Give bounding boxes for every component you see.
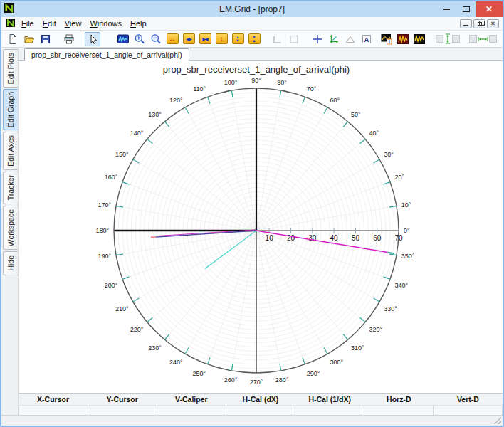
vertical-fit-group-button[interactable] [435,33,461,44]
svg-text:40: 40 [330,234,339,242]
menu-file[interactable]: File [17,19,38,28]
zoom-in-button[interactable] [132,32,147,46]
tracker-value-cell [88,406,157,415]
app-logo-icon [6,17,15,30]
frame-icon [452,35,460,43]
maximize-button[interactable] [456,1,476,17]
svg-text:180°: 180° [95,227,109,234]
menu-bar: File Edit View Windows Help × [1,17,503,31]
zoom-in-icon [134,33,145,45]
svg-text:340°: 340° [395,282,409,289]
horizontal-fit-group-button[interactable] [468,35,498,43]
svg-text:10: 10 [266,234,274,242]
frame-icon [489,35,497,43]
svg-text:90°: 90° [251,77,261,84]
tracker-value-cell [226,406,295,415]
tracker-bar: X-Cursor Y-Cursor V-Caliper H-Cal (dX) H… [19,393,503,415]
svg-text:130°: 130° [148,111,162,118]
child-minimize-button[interactable] [460,19,472,28]
open-file-button[interactable] [21,32,37,46]
svg-text:40°: 40° [369,130,379,137]
sidebar-tab-label: Workspace [6,209,15,246]
save-icon [40,33,51,45]
child-close-button[interactable]: × [487,19,499,28]
zoom-region-button[interactable] [115,32,131,46]
menu-view[interactable]: View [61,19,86,28]
expand-x-button[interactable]: ↔ [164,32,180,46]
document-tab-label: prop_sbr_receiverset_1_angle_of_arrival(… [31,51,182,59]
save-button[interactable] [38,32,53,46]
sidebar-tab-label: Edit Graph [6,92,15,127]
content-area: prop_sbr_receiverset_1_angle_of_arrival(… [19,48,503,415]
sidebar-tab-label: Edit Axes [6,135,15,167]
window-title: EM.Grid - [prop7] [1,4,503,14]
print-button[interactable] [61,32,77,46]
svg-text:300°: 300° [330,359,344,366]
sidebar-tab-tracker[interactable]: Tracker [3,172,18,204]
toolbar: ↔ ◀▶ ▶◀ ↕ ▲▼ ▼▲ A i Layout [1,31,503,48]
shrink-y-button[interactable]: ▲▼ [230,32,246,46]
sidebar-tab-label: Hide [6,255,15,271]
compress-y-button[interactable]: ▼▲ [246,32,262,46]
svg-text:i: i [389,38,390,43]
image-info-icon: i [381,33,392,45]
svg-text:70°: 70° [307,85,317,93]
document-tab[interactable]: prop_sbr_receiverset_1_angle_of_arrival(… [24,48,189,61]
text-annotation-button[interactable]: A [359,32,374,46]
side-tab-strip: Edit Plots Edit Graph Edit Axes Tracker … [1,48,19,415]
status-bar [1,415,503,426]
sidebar-tab-workspace[interactable]: Workspace [3,206,18,250]
plot-dark-red-icon [397,33,409,45]
tracker-column-header: H-Cal (dX) [226,395,295,404]
shrink-x-button[interactable]: ◀▶ [181,32,196,46]
menu-help[interactable]: Help [126,19,151,28]
maximize-icon [463,6,470,12]
select-cursor-button[interactable] [85,32,100,46]
minimize-button[interactable] [437,1,456,17]
svg-text:310°: 310° [351,344,364,352]
sidebar-tab-edit-axes[interactable]: Edit Axes [3,132,18,170]
new-document-icon [7,33,19,45]
compress-x-icon: ▶◀ [202,37,207,41]
axes-tool-button[interactable] [326,32,342,46]
child-restore-button[interactable] [473,19,485,28]
svg-text:260°: 260° [224,376,238,384]
svg-text:160°: 160° [105,174,118,181]
tracker-value-cell [19,406,88,415]
close-button[interactable]: ✕ [476,1,503,17]
svg-text:70: 70 [394,234,403,242]
sidebar-tab-edit-graph[interactable]: Edit Graph [3,89,18,130]
zoom-out-button[interactable] [148,32,164,46]
svg-text:50°: 50° [351,111,361,118]
sidebar-tab-edit-plots[interactable]: Edit Plots [3,49,18,88]
svg-text:120°: 120° [169,97,183,104]
axes-tool-icon [328,33,340,45]
slope-tool-button[interactable] [342,32,358,46]
svg-text:330°: 330° [384,305,397,312]
svg-text:190°: 190° [98,253,112,260]
crosshair-button[interactable] [310,32,325,46]
svg-text:100°: 100° [224,79,238,86]
svg-text:250°: 250° [193,370,206,377]
menu-windows[interactable]: Windows [85,19,126,28]
svg-text:220°: 220° [130,326,144,333]
plot-style-black-button[interactable] [411,32,427,46]
frame-1-button[interactable] [270,32,285,46]
plot-canvas[interactable]: 0°10°20°30°40°50°60°70°80°90°100°110°120… [19,61,503,393]
sidebar-tab-hide[interactable]: Hide [3,251,18,275]
svg-text:50: 50 [352,234,360,242]
svg-text:140°: 140° [130,130,144,137]
compress-x-button[interactable]: ▶◀ [197,32,213,46]
svg-text:170°: 170° [98,201,112,209]
image-info-button[interactable]: i [379,32,394,46]
tracker-column-header: Vert-D [434,395,503,404]
resize-grip-icon[interactable] [493,416,501,424]
horizontal-fit-icon [478,36,488,43]
menu-edit[interactable]: Edit [38,19,61,28]
new-document-button[interactable] [5,32,21,46]
svg-text:prop_sbr_receiverset_1_angle_o: prop_sbr_receiverset_1_angle_of_arrival(… [163,64,350,75]
frame-2-button[interactable] [286,32,302,46]
frame-icon [272,33,283,45]
plot-style-dark-red-button[interactable] [395,32,411,46]
expand-y-button[interactable]: ↕ [214,32,229,46]
